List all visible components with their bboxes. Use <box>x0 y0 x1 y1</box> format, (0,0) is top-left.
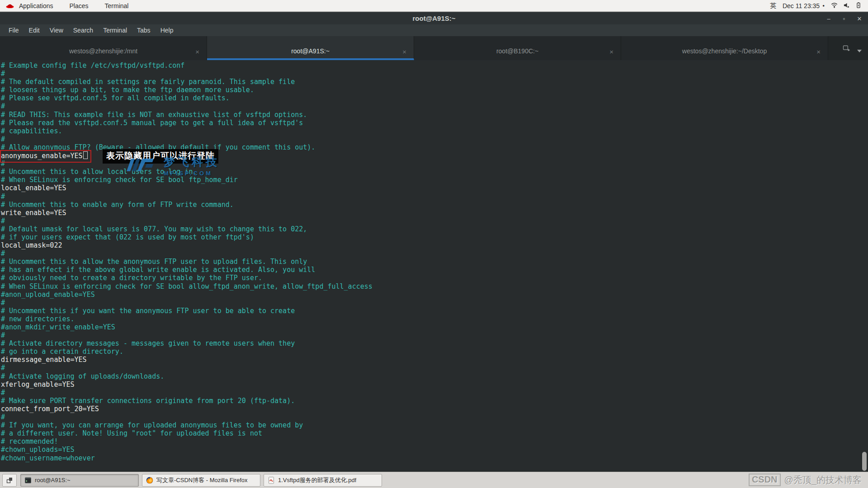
wifi-icon[interactable] <box>831 2 838 10</box>
volume-muted-icon[interactable] <box>843 2 850 10</box>
terminal-line: # has an effect if the above global writ… <box>1 266 868 274</box>
terminal-line: # <box>1 70 868 78</box>
terminal-line: # Default umask for local users is 077. … <box>1 225 868 233</box>
terminal-line: # loosens things up a bit, to make the f… <box>1 86 868 94</box>
new-tab-icon[interactable] <box>843 45 850 54</box>
task-list: root@A91S:~ <box>20 474 382 487</box>
close-button[interactable]: ✕ <box>856 15 863 22</box>
terminal-line: # <box>1 135 868 143</box>
terminal-line: # new directories. <box>1 315 868 323</box>
terminal-line: # Activate logging of uploads/downloads. <box>1 372 868 380</box>
redhat-logo-icon <box>5 3 14 9</box>
menubar-item[interactable]: File <box>4 27 24 34</box>
clock[interactable]: Dec 11 23:35 ● <box>783 2 825 9</box>
terminal-line: # Make sure PORT transfer connections or… <box>1 397 868 405</box>
annotation-highlight-box <box>0 150 91 163</box>
terminal-line: #chown_uploads=YES <box>1 446 868 454</box>
terminal-line: xferlog_enable=YES <box>1 380 868 389</box>
tabbar-extras <box>843 36 868 60</box>
panel-menu-item[interactable]: Applications <box>19 2 53 9</box>
terminal-line: # <box>1 364 868 372</box>
tab-label: westos@zhenshijie:~/Desktop <box>682 47 767 55</box>
menubar-item[interactable]: Edit <box>24 27 45 34</box>
window-titlebar[interactable]: root@A91S:~ – ▫ ✕ <box>0 12 868 24</box>
terminal-line: # If you want, you can arrange for uploa… <box>1 421 868 429</box>
taskbar-window-button[interactable]: 1.Vsftpd服务的部署及优化.pdf <box>264 474 382 487</box>
terminal-line: # Please read the vsftpd.conf.5 manual p… <box>1 119 868 127</box>
terminal-line: # <box>1 249 868 258</box>
notification-dot-icon: ● <box>822 4 825 8</box>
taskbar-window-label: root@A91S:~ <box>35 477 71 483</box>
terminal-line: # Please see vsftpd.conf.5 for all compi… <box>1 94 868 102</box>
terminal-line: dirmessage_enable=YES <box>1 356 868 364</box>
desktop: Applications Places Terminal 英 Dec 11 23… <box>0 0 868 488</box>
terminal-line: # The default compiled in settings are f… <box>1 78 868 86</box>
tab-close-icon[interactable]: × <box>816 48 821 56</box>
terminal-line: # <box>1 331 868 339</box>
chevron-down-icon[interactable] <box>857 50 862 52</box>
terminal-line: # <box>1 413 868 421</box>
terminal-line: # Uncomment this if you want the anonymo… <box>1 307 868 315</box>
tab-close-icon[interactable]: × <box>609 48 613 56</box>
panel-menu-item[interactable]: Places <box>70 2 89 9</box>
clock-text: Dec 11 23:35 <box>783 2 820 9</box>
terminal-tabbar: westos@zhenshijie:/mnt × root@A91S:~ × r… <box>0 36 868 60</box>
menubar-item[interactable]: Terminal <box>98 27 132 34</box>
terminal-line: #chown_username=whoever <box>1 454 868 462</box>
terminal-line: # obviously need to create a directory w… <box>1 274 868 282</box>
tab-label: westos@zhenshijie:/mnt <box>69 47 137 55</box>
terminal-line: # <box>1 299 868 307</box>
terminal-line: # Uncomment this to allow local users to… <box>1 168 868 176</box>
terminal-tab[interactable]: westos@zhenshijie:/mnt × <box>0 36 207 60</box>
tab-strip: westos@zhenshijie:/mnt × root@A91S:~ × r… <box>0 36 828 60</box>
terminal-line: # go into a certain directory. <box>1 347 868 356</box>
terminal-icon <box>24 477 32 484</box>
terminal-tab[interactable]: westos@zhenshijie:~/Desktop × <box>621 36 828 60</box>
annotation-note: 表示隐藏用户可以进行登陆 <box>103 149 218 164</box>
terminal-line: # Activate directory messages - messages… <box>1 339 868 347</box>
battery-icon[interactable] <box>855 2 862 10</box>
terminal-line: # a different user. Note! Using "root" f… <box>1 429 868 437</box>
terminal-line: # READ THIS: This example file is NOT an… <box>1 111 868 119</box>
menubar-item[interactable]: Tabs <box>132 27 156 34</box>
terminal-line: # <box>1 217 868 225</box>
terminal-line: # capabilities. <box>1 127 868 135</box>
terminal-line: # Example config file /etc/vsftpd/vsftpd… <box>1 61 868 70</box>
menubar-item[interactable]: Search <box>68 27 98 34</box>
taskbar-window-label: 1.Vsftpd服务的部署及优化.pdf <box>278 476 356 484</box>
taskbar-window-button[interactable]: 写文章-CSDN博客 - Mozilla Firefox <box>142 474 260 487</box>
tab-close-icon[interactable]: × <box>195 48 199 56</box>
tab-close-icon[interactable]: × <box>402 48 406 56</box>
window-list-button[interactable] <box>2 474 17 487</box>
terminal-line: # Uncomment this to allow the anonymous … <box>1 258 868 266</box>
terminal-viewport[interactable]: # Example config file /etc/vsftpd/vsftpd… <box>0 60 868 472</box>
terminal-tab[interactable]: root@A91S:~ × <box>207 36 414 60</box>
top-panel: Applications Places Terminal 英 Dec 11 23… <box>0 0 868 12</box>
terminal-line: connect_from_port_20=YES <box>1 405 868 413</box>
terminal-line: # <box>1 389 868 397</box>
terminal-menubar: File Edit View Search Terminal Tabs Help <box>0 24 868 36</box>
system-tray <box>831 2 862 10</box>
window-controls: – ▫ ✕ <box>826 12 863 25</box>
input-method-indicator[interactable]: 英 <box>770 2 776 10</box>
maximize-button[interactable]: ▫ <box>841 15 847 22</box>
terminal-line: local_enable=YES <box>1 184 868 192</box>
terminal-line: write_enable=YES <box>1 209 868 217</box>
taskbar-window-button[interactable]: root@A91S:~ <box>20 474 139 487</box>
terminal-line: local_umask=022 <box>1 241 868 249</box>
panel-menu-item[interactable]: Terminal <box>105 2 129 9</box>
terminal-output: # Example config file /etc/vsftpd/vsftpd… <box>0 60 868 462</box>
taskbar: root@A91S:~ <box>0 472 868 488</box>
menubar-item[interactable]: Help <box>156 27 179 34</box>
panel-menus: Applications Places Terminal <box>19 2 145 9</box>
panel-left: Applications Places Terminal <box>0 2 145 9</box>
menubar-item[interactable]: View <box>45 27 68 34</box>
minimize-button[interactable]: – <box>826 15 832 22</box>
terminal-tab[interactable]: root@B190C:~ × <box>414 36 621 60</box>
terminal-line: # recommended! <box>1 437 868 446</box>
firefox-icon <box>146 477 153 484</box>
terminal-line: # When SELinux is enforcing check for SE… <box>1 282 868 291</box>
terminal-line: # <box>1 192 868 201</box>
scrollbar-thumb[interactable] <box>862 452 867 471</box>
terminal-line: # <box>1 102 868 110</box>
